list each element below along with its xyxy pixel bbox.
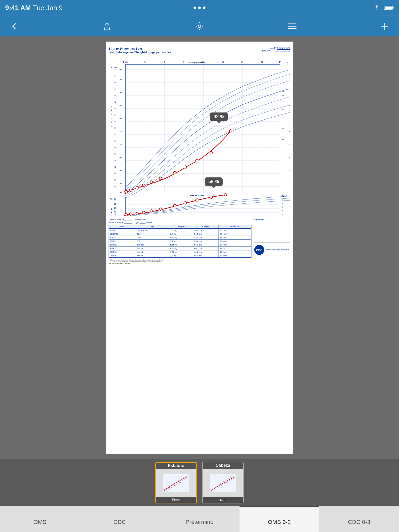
svg-text:75: 75 (282, 109, 284, 110)
back-button[interactable] (8, 20, 21, 33)
tab-oms-0-2[interactable]: OMS 0-2 (240, 506, 319, 532)
svg-point-162 (174, 485, 175, 486)
thumb1-mini-chart (163, 474, 189, 492)
svg-point-165 (211, 490, 212, 491)
svg-point-136 (136, 212, 138, 215)
thumbnail-cabeza-pe[interactable]: Cabeza P/E (202, 462, 244, 503)
thumb2-image (203, 469, 243, 497)
svg-text:32: 32 (114, 114, 116, 116)
tab-cdc-0-3[interactable]: CDC 0-3 (319, 506, 399, 532)
svg-text:3: 3 (144, 61, 146, 63)
svg-text:AGE (MONTHS): AGE (MONTHS) (190, 195, 204, 197)
thumb2-top-label: Cabeza (203, 462, 243, 469)
svg-text:14: 14 (114, 203, 116, 205)
svg-text:H: H (111, 125, 112, 127)
svg-point-141 (184, 202, 187, 204)
add-button[interactable] (378, 20, 391, 33)
svg-text:27: 27 (114, 147, 116, 149)
svg-rect-4 (109, 55, 290, 216)
svg-point-140 (174, 204, 176, 207)
svg-point-134 (125, 213, 128, 216)
svg-point-166 (216, 488, 217, 489)
svg-text:L: L (111, 106, 112, 108)
svg-text:10: 10 (282, 138, 284, 140)
svg-rect-164 (210, 474, 236, 492)
svg-text:80: 80 (119, 117, 122, 119)
chart-paper: Birth to 24 months: Boys Length-for-age … (106, 42, 293, 454)
svg-text:N: N (111, 114, 112, 115)
chart-name-block: NAME Ejemplo niño RECORD # (262, 47, 290, 54)
svg-point-105 (229, 130, 232, 132)
svg-text:28: 28 (114, 140, 116, 142)
main-growth-chart: in cm AGE (MONTHS) (109, 55, 290, 216)
svg-text:T: T (290, 121, 290, 123)
svg-text:E: E (111, 110, 112, 111)
svg-text:T: T (111, 215, 112, 216)
svg-text:18: 18 (241, 61, 244, 63)
indicator-dots (194, 6, 205, 9)
table-row: 19/12/20Nacimiento3,55 kg50,2 cm36,1 cm (109, 228, 251, 232)
status-icons (373, 5, 394, 11)
data-section: Mother's Stature _______ Gestational Fat… (109, 218, 290, 258)
svg-text:60: 60 (119, 169, 122, 171)
svg-text:21: 21 (261, 61, 263, 63)
svg-point-160 (164, 489, 165, 490)
tab-pretermino[interactable]: Prétermino (159, 506, 239, 532)
svg-text:33: 33 (114, 108, 116, 110)
svg-text:100: 100 (118, 69, 122, 71)
table-row: 18/2/211m 36d5,65 kg57,9 cm39,7 cm (109, 243, 251, 247)
svg-text:22: 22 (114, 179, 116, 181)
svg-text:H: H (110, 211, 112, 213)
data-table-container: Mother's Stature _______ Gestational Fat… (109, 218, 251, 258)
svg-text:8: 8 (115, 214, 116, 215)
svg-point-98 (142, 184, 145, 187)
growth-chart-container: in cm AGE (MONTHS) (109, 55, 290, 216)
cdc-logo: CDC (254, 245, 264, 255)
table-row: 20/4/214m 1d7,35 kg64,2 cm42,4 cm (109, 250, 251, 254)
svg-text:cm: cm (114, 67, 117, 69)
svg-text:70: 70 (119, 143, 122, 145)
toolbar (0, 16, 399, 36)
svg-text:6: 6 (164, 61, 165, 63)
tab-oms[interactable]: OMS (0, 506, 80, 532)
mothers-stature: Mother's Stature _______ Gestational (109, 218, 251, 221)
svg-text:15: 15 (288, 143, 290, 145)
svg-text:9: 9 (183, 61, 185, 63)
tab-cdc[interactable]: CDC (80, 506, 159, 532)
svg-text:34: 34 (114, 101, 116, 103)
settings-button[interactable] (193, 20, 206, 33)
name-label: NAME (269, 47, 276, 49)
svg-text:38: 38 (114, 75, 116, 77)
thumb2-mini-chart (210, 474, 236, 492)
svg-text:50: 50 (282, 118, 284, 119)
thumb2-bottom-label: P/E (203, 497, 243, 503)
svg-point-104 (210, 151, 212, 154)
menu-button[interactable] (286, 20, 299, 33)
svg-text:21: 21 (114, 186, 116, 188)
svg-text:in: in (111, 67, 112, 69)
svg-text:50: 50 (119, 191, 122, 193)
svg-text:15: 15 (222, 61, 224, 63)
chart-title-line1: Birth to 24 months: Boys (109, 47, 171, 50)
tab-bar: OMS CDC Prétermino OMS 0-2 CDC 0-3 (0, 506, 399, 532)
status-bar: 9:41 AM Tue Jan 9 (0, 0, 399, 16)
svg-point-96 (129, 189, 132, 191)
svg-text:G: G (110, 208, 112, 210)
comment-section: Comment CDC SAFER•HEALTHIER•PEOPLE™ (254, 218, 290, 258)
svg-rect-1 (393, 7, 394, 9)
share-button[interactable] (101, 20, 114, 33)
svg-point-143 (210, 196, 212, 198)
svg-point-101 (174, 171, 176, 174)
svg-text:41: 41 (285, 61, 288, 63)
svg-text:14: 14 (288, 156, 290, 158)
svg-point-135 (129, 213, 132, 215)
svg-text:16: 16 (288, 130, 290, 132)
thumbnail-estatura-peso[interactable]: Estatura Peso (155, 462, 197, 503)
footer-text: Published by the Centers for Disease Con… (109, 259, 290, 264)
svg-point-139 (159, 208, 162, 210)
svg-text:H: H (290, 125, 290, 127)
table-row: 12/1/2124d4,35 kg53,6 cm37,4 cm (109, 236, 251, 239)
svg-point-144 (224, 194, 227, 196)
table-row: 26/5/215m 7d7,7 kg65,8 cm43,3 cm (109, 254, 251, 257)
wifi-icon (373, 5, 381, 11)
